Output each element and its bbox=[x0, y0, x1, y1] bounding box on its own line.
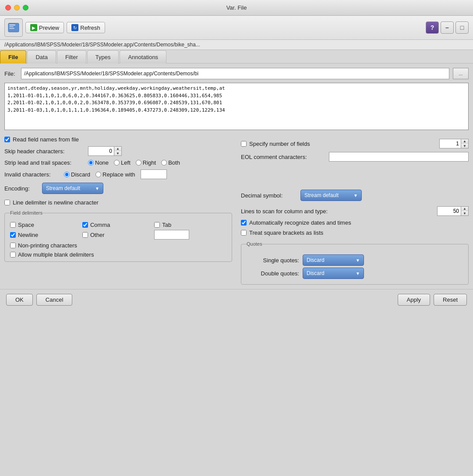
strip-spaces-radio-group: None Left Right Both bbox=[88, 159, 180, 166]
treat-square-row: Treat square brackets as lists bbox=[241, 228, 469, 238]
tab-file[interactable]: File bbox=[0, 50, 26, 63]
non-printing-checkbox[interactable] bbox=[10, 243, 16, 248]
skip-header-row: Skip header characters: ▲ ▼ bbox=[4, 145, 232, 158]
lines-to-scan-input[interactable] bbox=[437, 206, 461, 216]
other-checkbox[interactable] bbox=[82, 232, 88, 238]
auto-recognize-checkbox[interactable] bbox=[241, 220, 247, 226]
invalid-chars-row: Invalid characters: Discard Replace with bbox=[4, 168, 232, 181]
auto-recognize-row: Automatically recognize dates and times bbox=[241, 218, 469, 228]
discard-radio[interactable] bbox=[64, 172, 70, 177]
ok-button[interactable]: OK bbox=[6, 294, 33, 306]
encoding-row: Encoding: Stream default ▼ bbox=[4, 181, 232, 196]
num-fields-arrows: ▲ ▼ bbox=[461, 139, 469, 148]
strip-spaces-label: Strip lead and trail spaces: bbox=[4, 159, 85, 166]
encoding-dropdown-arrow: ▼ bbox=[95, 186, 99, 191]
field-delimiters-legend: Field delimiters bbox=[10, 210, 42, 215]
close-button[interactable] bbox=[5, 5, 11, 11]
cancel-button[interactable]: Cancel bbox=[36, 294, 72, 306]
refresh-icon: ↻ bbox=[71, 24, 78, 31]
preview-icon: ▶ bbox=[30, 24, 37, 31]
newline-checkbox[interactable] bbox=[10, 232, 16, 238]
allow-multiple-checkbox[interactable] bbox=[10, 252, 16, 257]
browse-button[interactable]: ... bbox=[453, 68, 469, 79]
delimiter-grid: Space Comma Tab Newline bbox=[10, 222, 226, 240]
lines-to-scan-up[interactable]: ▲ bbox=[461, 207, 468, 211]
minimize-button[interactable] bbox=[14, 5, 20, 11]
double-quotes-arrow: ▼ bbox=[356, 271, 360, 276]
strip-right-radio[interactable] bbox=[136, 160, 141, 166]
newline-delimiter: Newline bbox=[10, 232, 75, 238]
extra-delimiters: Non-printing characters bbox=[10, 242, 226, 249]
single-quotes-row: Single quotes: Discard ▼ bbox=[247, 254, 463, 266]
comma-checkbox[interactable] bbox=[82, 222, 88, 228]
preview-line-1: instant,dteday,season,yr,mnth,holiday,we… bbox=[7, 85, 466, 92]
window-title: Var. File bbox=[226, 4, 247, 11]
double-quotes-dropdown[interactable]: Discard ▼ bbox=[303, 268, 364, 279]
num-fields-input[interactable] bbox=[439, 139, 461, 148]
other-input[interactable] bbox=[154, 230, 189, 240]
toolbar-right: ? – □ bbox=[426, 21, 469, 34]
read-field-names-checkbox[interactable] bbox=[4, 137, 10, 142]
preview-line-4: 3,2011-01-03,1,0,1,0,1,1,1,0.196364,0.18… bbox=[7, 107, 466, 114]
strip-left-option: Left bbox=[114, 159, 131, 166]
quotes-legend: Quotes bbox=[247, 241, 262, 247]
discard-option: Discard bbox=[64, 171, 90, 178]
node-icon bbox=[4, 18, 23, 37]
tab-types[interactable]: Types bbox=[87, 50, 119, 63]
data-preview[interactable]: instant,dteday,season,yr,mnth,holiday,we… bbox=[4, 83, 469, 130]
spacer-row-2 bbox=[241, 176, 469, 188]
eol-comment-input[interactable] bbox=[329, 152, 469, 162]
skip-header-down[interactable]: ▼ bbox=[114, 151, 121, 155]
file-path-input[interactable] bbox=[21, 68, 449, 79]
specify-fields-label: Specify number of fields bbox=[249, 141, 437, 147]
skip-header-up[interactable]: ▲ bbox=[114, 147, 121, 151]
help-button[interactable]: ? bbox=[426, 21, 439, 34]
preview-line-3: 2,2011-01-02,1,0,1,0,0,0,2,0.363478,0.35… bbox=[7, 99, 466, 107]
refresh-button[interactable]: ↻ Refresh bbox=[67, 22, 105, 33]
tab-filter[interactable]: Filter bbox=[57, 50, 86, 63]
strip-both-radio[interactable] bbox=[161, 160, 167, 166]
strip-left-radio[interactable] bbox=[114, 160, 120, 166]
skip-header-spinner: ▲ ▼ bbox=[88, 146, 122, 156]
line-delimiter-checkbox[interactable] bbox=[4, 200, 10, 205]
replace-radio[interactable] bbox=[95, 172, 101, 177]
reset-button[interactable]: Reset bbox=[434, 294, 467, 306]
file-row: File: ... bbox=[4, 68, 469, 79]
space-checkbox[interactable] bbox=[10, 222, 16, 228]
preview-button[interactable]: ▶ Preview bbox=[25, 22, 64, 33]
other-label: Other bbox=[90, 232, 105, 238]
single-quotes-dropdown[interactable]: Discard ▼ bbox=[303, 254, 364, 266]
specify-fields-row: Specify number of fields ▲ ▼ bbox=[241, 137, 469, 150]
file-label: File: bbox=[4, 71, 18, 77]
skip-header-input[interactable] bbox=[88, 146, 114, 156]
line-delimiter-label: Line delimiter is newline character bbox=[13, 199, 99, 206]
num-fields-up[interactable]: ▲ bbox=[461, 139, 468, 144]
tab-annotations[interactable]: Annotations bbox=[120, 50, 166, 63]
strip-none-radio[interactable] bbox=[88, 160, 94, 166]
maximize-window-button[interactable]: □ bbox=[455, 21, 469, 34]
title-bar: Var. File bbox=[0, 0, 473, 16]
treat-square-checkbox[interactable] bbox=[241, 230, 247, 236]
strip-spaces-row: Strip lead and trail spaces: None Left R… bbox=[4, 158, 232, 168]
maximize-button[interactable] bbox=[23, 5, 28, 11]
encoding-dropdown[interactable]: Stream default ▼ bbox=[42, 183, 103, 194]
options-section: Read field names from file Skip header c… bbox=[4, 134, 469, 285]
num-fields-spinner: ▲ ▼ bbox=[439, 139, 469, 148]
decimal-symbol-dropdown[interactable]: Stream default ▼ bbox=[300, 190, 362, 201]
specify-fields-checkbox[interactable] bbox=[241, 141, 247, 147]
replace-with-input[interactable] bbox=[141, 169, 167, 179]
double-quotes-value: Discard bbox=[307, 270, 325, 276]
apply-button[interactable]: Apply bbox=[398, 294, 431, 306]
treat-square-label: Treat square brackets as lists bbox=[249, 229, 323, 236]
minimize-window-button[interactable]: – bbox=[441, 21, 454, 34]
num-fields-down[interactable]: ▼ bbox=[461, 144, 468, 148]
filepath-bar: /Applications/IBM/SPSS/Modeler/18/SPSSMo… bbox=[0, 40, 473, 50]
replace-option: Replace with bbox=[95, 171, 135, 178]
allow-multiple-label: Allow multiple blank delimiters bbox=[18, 251, 94, 258]
lines-to-scan-down[interactable]: ▼ bbox=[461, 211, 468, 215]
tab-checkbox[interactable] bbox=[154, 222, 160, 228]
tab-data[interactable]: Data bbox=[27, 50, 56, 63]
quotes-group: Quotes Single quotes: Discard ▼ Double q… bbox=[241, 241, 469, 285]
bottom-right-buttons: Apply Reset bbox=[398, 294, 467, 306]
lines-to-scan-row: Lines to scan for column and type: ▲ ▼ bbox=[241, 205, 469, 218]
